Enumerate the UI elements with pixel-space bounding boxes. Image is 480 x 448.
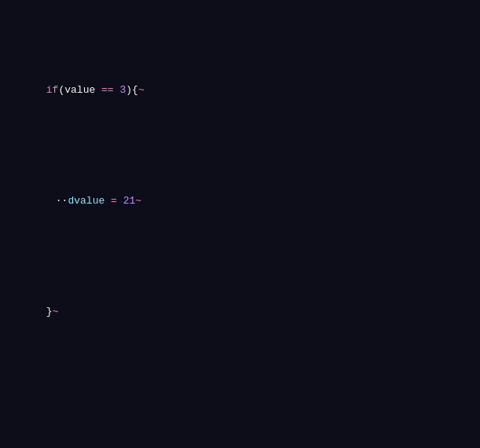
line-3: }~ xyxy=(6,288,480,336)
line-2: ··dvalue = 21~ xyxy=(6,178,480,225)
line-blank-1 xyxy=(6,399,480,415)
code-editor: if(value == 3){~ ··dvalue = 21~ }~ $.aja… xyxy=(0,0,480,448)
line-1: if(value == 3){~ xyxy=(6,67,480,114)
